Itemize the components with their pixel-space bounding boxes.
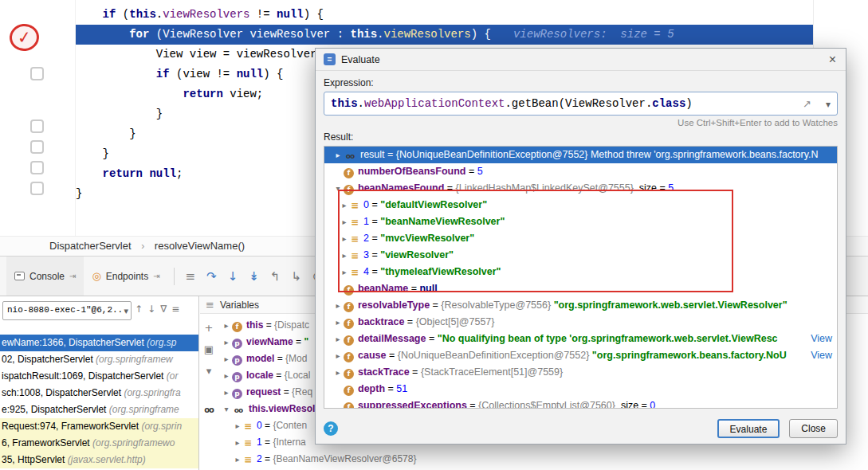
frame-down-icon[interactable]: ↓ [145,304,158,315]
collapse-all-icon[interactable]: ▾ [206,360,212,382]
chevron-right-icon[interactable]: ▸ [232,434,243,451]
run-to-cursor-icon[interactable]: ↳ [285,269,307,284]
chevron-right-icon[interactable]: ▸ [221,384,232,401]
result-field-row[interactable]: ▸fresolvableType = {ResolvableType@7556}… [324,297,837,314]
collection-item-row[interactable]: ▸≡4 = "thymeleafViewResolver" [324,264,837,280]
chevron-right-icon[interactable]: ▸ [332,364,344,381]
collection-item-row[interactable]: ▸≡0 = "defaultViewResolver" [324,197,837,213]
frame-row[interactable]: 6, FrameworkServlet (org.springframewo [0,435,199,452]
jump-to-source-icon[interactable]: ⇥ [153,272,159,280]
rerun-icon[interactable]: ↷ [201,269,222,284]
chevron-right-icon[interactable]: ▸ [221,367,232,384]
result-field-row[interactable]: ▸fbacktrace = {Object[5]@7557} [324,314,837,331]
chevron-down-icon[interactable]: ▾ [826,99,831,110]
tab-label: Endpoints [106,271,148,282]
tab-endpoints[interactable]: ◎ Endpoints ⇥ [84,257,167,296]
variable-row[interactable]: ▸≡2 = {BeanNameViewResolver@6578} [218,451,868,468]
p-icon: p [232,339,242,349]
frame-row[interactable]: 02, DispatcherServlet (org.springframew [0,351,199,368]
result-field-row[interactable]: ▸fdetailMessage = "No qualifying bean of… [324,331,837,347]
expression-label: Expression: [324,77,838,88]
text-segment: beanName [358,283,408,294]
result-field-row[interactable]: ▸fbeanName = null [324,280,837,297]
add-watch-icon[interactable]: + [205,317,214,339]
chevron-right-icon[interactable]: ▸ [332,297,344,314]
frames-menu-icon[interactable]: ≡ [169,304,182,315]
chevron-down-icon[interactable]: ▾ [332,180,344,197]
text-segment: (or [167,370,179,382]
collection-item-row[interactable]: ▸≡2 = "mvcViewResolver" [324,230,837,247]
collection-item-row[interactable]: ▸≡3 = "viewResolver" [324,247,837,264]
chevron-right-icon[interactable]: ▸ [221,317,232,334]
thread-selector[interactable]: nio-8080-exec-1"@6,2... ▾ [2,301,132,320]
expression-input[interactable]: this.webApplicationContext.getBean(ViewR… [324,92,838,116]
jump-to-source-icon[interactable]: ⇥ [69,272,76,280]
result-field-row[interactable]: ▾fbeanNamesFound = {LinkedHashMap$Linked… [324,180,837,197]
text-segment: . [156,8,163,21]
result-field-row[interactable]: ▸fnumberOfBeansFound = 5 [324,163,837,180]
view-link[interactable]: View [811,331,832,347]
code-line-execution-point[interactable]: for (ViewResolver viewResolver : this.vi… [76,25,813,45]
frame-row[interactable]: 35, HttpServlet (javax.servlet.http) [0,452,199,468]
step-into-icon[interactable]: ↓ [222,269,244,284]
chevron-right-icon[interactable]: ▸ [332,331,344,347]
collection-item-row[interactable]: ▸≡1 = "beanNameViewResolver" [324,213,837,230]
copy-value-icon[interactable]: ▣ [204,339,214,360]
breadcrumb-class[interactable]: DispatcherServlet [49,240,132,252]
chevron-right-icon[interactable]: ▸ [339,197,350,213]
menu-icon[interactable]: ≡ [206,299,214,311]
dialog-footer: ? Evaluate Close [324,418,838,439]
breadcrumb-method[interactable]: resolveViewName() [155,240,245,252]
close-icon[interactable]: × [827,53,838,66]
bookmark-marker [30,119,44,133]
close-button[interactable]: Close [789,419,838,438]
chevron-right-icon[interactable]: ▸ [339,230,350,247]
frame-row[interactable]: ewName:1366, DispatcherServlet (org.sp [0,335,199,351]
chevron-down-icon[interactable]: ▾ [124,303,128,319]
text-segment: ) [685,97,692,110]
chevron-right-icon[interactable]: ▸ [221,351,232,367]
result-field-row[interactable]: ▸fdepth = 51 [324,381,837,398]
code-line[interactable]: if (this.viewResolvers != null) { [76,5,868,25]
frame-row[interactable]: Request:974, FrameworkServlet (org.sprin [0,418,199,435]
dialog-titlebar[interactable]: = Evaluate × [316,49,846,71]
text-segment: View view = viewResolver. [76,48,324,61]
step-out-icon[interactable]: ↰ [265,269,286,284]
result-row[interactable]: ▸ooresult = {NoUniqueBeanDefinitionExcep… [324,147,837,163]
chevron-down-icon[interactable]: ▾ [221,401,232,417]
chevron-right-icon[interactable]: ▸ [221,334,232,351]
expand-icon[interactable]: ↗ [803,98,811,110]
chevron-right-icon[interactable]: ▸ [332,147,344,163]
text-segment: = [369,199,380,210]
frame-row[interactable]: sch:1008, DispatcherServlet (org.springf… [0,385,199,401]
view-link[interactable]: View [811,347,832,364]
result-label: Result: [324,131,838,143]
dialog-title: Evaluate [341,54,380,65]
force-step-into-icon[interactable]: ↡ [243,269,265,284]
result-field-row[interactable]: ▸fcause = {NoUniqueBeanDefinitionExcepti… [324,347,837,364]
chevron-right-icon[interactable]: ▸ [332,314,344,331]
chevron-right-icon[interactable]: ▸ [232,451,243,468]
frame-row[interactable]: e:925, DispatcherServlet (org.springfram… [0,401,199,418]
chevron-right-icon[interactable]: ▸ [332,347,344,364]
result-field-row[interactable]: ▸fsuppressedExceptions = {Collections$Em… [324,398,837,409]
evaluate-expression-icon[interactable]: oo [204,401,214,419]
chevron-right-icon[interactable]: ▸ [339,264,350,280]
text-segment: {NoUniqueBeanDefinitionException@7552} [396,149,588,160]
text-segment: 5 [668,182,674,194]
text-segment: ) { [471,28,491,41]
tab-console[interactable]: Console ⇥ [6,257,84,296]
evaluate-button[interactable]: Evaluate [717,419,780,438]
text-segment: result [360,149,385,160]
chevron-right-icon[interactable]: ▸ [339,247,350,264]
text-segment: {Req [292,386,312,398]
filter-icon[interactable]: ∇ [158,304,169,315]
chevron-right-icon[interactable]: ▸ [339,213,350,230]
chevron-right-icon[interactable]: ▸ [232,417,243,434]
text-segment: stackTrace [358,366,410,378]
settings-menu-icon[interactable]: ≡ [180,269,202,284]
result-field-row[interactable]: ▸fstackTrace = {StackTraceElement[51]@75… [324,364,837,381]
help-icon[interactable]: ? [324,421,338,436]
frame-up-icon[interactable]: ↑ [132,304,145,315]
frame-row[interactable]: ispatchResult:1069, DispatcherServlet (o… [0,368,199,385]
